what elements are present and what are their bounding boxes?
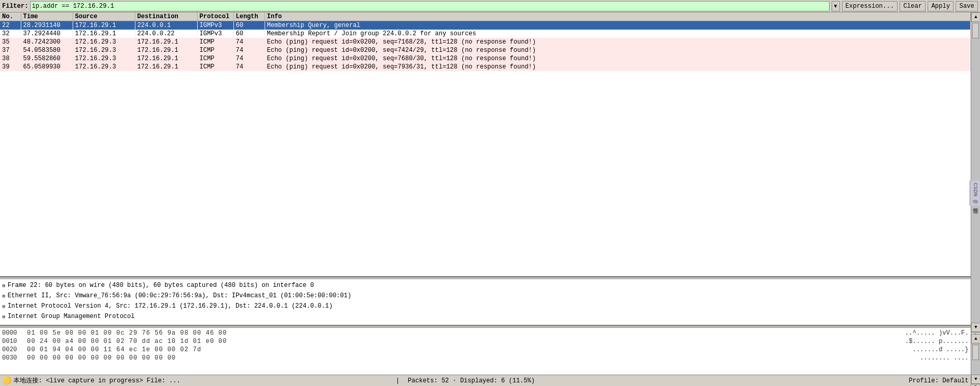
table-cell: 22 — [0, 21, 21, 30]
scroll-down-2-button[interactable]: ▼ — [971, 375, 980, 384]
table-cell: ICMP — [197, 46, 233, 54]
hex-offset: 0010 — [2, 338, 23, 345]
scroll-track[interactable] — [971, 22, 980, 323]
hex-row: 000001 00 5e 00 00 01 00 0c 29 76 56 9a … — [2, 329, 969, 337]
table-cell: Echo (ping) request id=0x0200, seq=7936/… — [265, 63, 971, 71]
table-cell: Echo (ping) request id=0x0200, seq=7424/… — [265, 46, 971, 54]
table-cell: 224.0.0.22 — [135, 30, 197, 38]
table-cell: 172.16.29.1 — [73, 21, 135, 30]
detail-row[interactable]: ⊕Ethernet II, Src: Vmware_76:56:9a (00:0… — [2, 291, 969, 301]
table-cell: 60 — [233, 30, 265, 38]
packet-table-wrapper: No. Time Source Destination Protocol Len… — [0, 12, 971, 277]
table-cell: 37.2924440 — [21, 30, 73, 38]
hex-bytes: 00 00 00 00 00 00 00 00 00 00 00 00 — [27, 354, 916, 362]
hex-row: 003000 00 00 00 00 00 00 00 00 00 00 00.… — [2, 354, 969, 362]
hex-bytes: 01 00 5e 00 00 01 00 0c 29 76 56 9a 08 0… — [27, 329, 901, 337]
table-cell: 74 — [233, 46, 265, 54]
table-row[interactable]: 2228.2931140172.16.29.1224.0.0.1IGMPv360… — [0, 21, 971, 30]
table-cell: 172.16.29.3 — [73, 63, 135, 71]
scroll-track-2[interactable] — [971, 343, 980, 375]
hex-ascii: .$...... p....... — [905, 338, 969, 345]
expand-icon: ⊕ — [2, 313, 6, 320]
table-cell: 172.16.29.1 — [135, 54, 197, 63]
scroll-thumb[interactable] — [972, 23, 979, 38]
apply-button[interactable]: Apply — [928, 1, 954, 11]
table-cell: 48.7242300 — [21, 38, 73, 46]
status-icon: 🟡 — [2, 376, 11, 385]
hex-row: 001000 24 00 a4 00 00 01 02 70 dd ac 10 … — [2, 337, 969, 346]
table-cell: Echo (ping) request id=0x0200, seq=7680/… — [265, 54, 971, 63]
table-cell: 172.16.29.3 — [73, 46, 135, 54]
table-row[interactable]: 3859.5582860172.16.29.3172.16.29.1ICMP74… — [0, 54, 971, 63]
hex-offset: 0020 — [2, 346, 23, 353]
table-cell: 28.2931140 — [21, 21, 73, 30]
table-header-row: No. Time Source Destination Protocol Len… — [0, 12, 971, 21]
col-header-length: Length — [233, 12, 265, 21]
detail-row[interactable]: ⊕Frame 22: 60 bytes on wire (480 bits), … — [2, 280, 969, 291]
clear-button[interactable]: Clear — [900, 1, 926, 11]
table-cell: 37 — [0, 46, 21, 54]
table-cell: 35 — [0, 38, 21, 46]
hex-bytes: 00 24 00 a4 00 00 01 02 70 dd ac 10 1d 0… — [27, 338, 901, 345]
table-cell: 60 — [233, 21, 265, 30]
table-cell: IGMPv3 — [197, 21, 233, 30]
detail-row[interactable]: ⊕Internet Protocol Version 4, Src: 172.1… — [2, 301, 969, 311]
table-cell: Membership Report / Join group 224.0.0.2… — [265, 30, 971, 38]
detail-text: Frame 22: 60 bytes on wire (480 bits), 6… — [8, 282, 314, 289]
scroll-indicator-5: 5 — [971, 384, 980, 386]
col-header-protocol: Protocol — [197, 12, 233, 21]
table-cell: 54.0583580 — [21, 46, 73, 54]
table-cell: 59.5582860 — [21, 54, 73, 63]
scroll-up-2-button[interactable]: ▲ — [971, 334, 980, 343]
table-cell: 74 — [233, 63, 265, 71]
table-cell: ICMP — [197, 54, 233, 63]
scroll-thumb-2[interactable] — [972, 344, 979, 360]
table-cell: 172.16.29.1 — [135, 38, 197, 46]
filter-label: Filter: — [2, 3, 28, 10]
table-cell: 172.16.29.3 — [73, 38, 135, 46]
hex-ascii: .......d .....} — [913, 346, 969, 353]
table-cell: 74 — [233, 38, 265, 46]
filter-bar: Filter: ▼ Expression... Clear Apply Save — [0, 0, 980, 12]
packet-detail: ⊕Frame 22: 60 bytes on wire (480 bits), … — [0, 279, 971, 326]
table-row[interactable]: 3548.7242300172.16.29.3172.16.29.1ICMP74… — [0, 38, 971, 46]
packet-tbody: 2228.2931140172.16.29.1224.0.0.1IGMPv360… — [0, 21, 971, 72]
detail-row[interactable]: ⊕Internet Group Management Protocol — [2, 311, 969, 322]
status-bar: 🟡 本地连接: <live capture in progress> File:… — [0, 375, 971, 386]
hex-row: 002000 01 94 04 00 00 11 64 ec 1e 00 00 … — [2, 346, 969, 354]
col-header-source: Source — [73, 12, 135, 21]
table-cell: 224.0.0.1 — [135, 21, 197, 30]
table-cell: ICMP — [197, 63, 233, 71]
scroll-up-button[interactable]: ▲ — [971, 12, 980, 22]
save-button[interactable]: Save — [956, 1, 978, 11]
table-cell: 172.16.29.1 — [73, 30, 135, 38]
table-row[interactable]: 3754.0583580172.16.29.3172.16.29.1ICMP74… — [0, 46, 971, 54]
expand-icon: ⊕ — [2, 282, 6, 289]
col-header-time: Time — [21, 12, 73, 21]
filter-dropdown-button[interactable]: ▼ — [832, 1, 840, 11]
table-cell: 38 — [0, 54, 21, 63]
status-text: 本地连接: <live capture in progress> File: .… — [13, 376, 388, 385]
table-row[interactable]: 3237.2924440172.16.29.1224.0.0.22IGMPv36… — [0, 30, 971, 38]
detail-text: Internet Group Management Protocol — [8, 313, 135, 320]
expand-icon: ⊕ — [2, 293, 6, 299]
hex-bytes: 00 01 94 04 00 00 11 64 ec 1e 00 00 02 7… — [27, 346, 908, 353]
expression-button[interactable]: Expression... — [842, 1, 898, 11]
detail-text: Ethernet II, Src: Vmware_76:56:9a (00:0c… — [8, 292, 352, 299]
table-cell: 39 — [0, 63, 21, 71]
table-row[interactable]: 3965.0589930172.16.29.3172.16.29.1ICMP74… — [0, 63, 971, 71]
hex-ascii: ..^..... )vV...F. — [905, 329, 969, 337]
table-cell: 65.0589930 — [21, 63, 73, 71]
filter-input[interactable] — [30, 1, 829, 11]
table-cell: 172.16.29.3 — [73, 54, 135, 63]
col-header-no: No. — [0, 12, 21, 21]
table-cell: 172.16.29.1 — [135, 63, 197, 71]
packet-table: No. Time Source Destination Protocol Len… — [0, 12, 971, 71]
scroll-down-button[interactable]: ▼ — [971, 323, 980, 332]
table-cell: Echo (ping) request id=0x0200, seq=7168/… — [265, 38, 971, 46]
table-cell: 172.16.29.1 — [135, 46, 197, 54]
table-cell: 74 — [233, 54, 265, 63]
col-header-destination: Destination — [135, 12, 197, 21]
packets-count: Packets: 52 · Displayed: 6 (11.5%) — [408, 377, 535, 384]
detail-text: Internet Protocol Version 4, Src: 172.16… — [8, 302, 333, 310]
